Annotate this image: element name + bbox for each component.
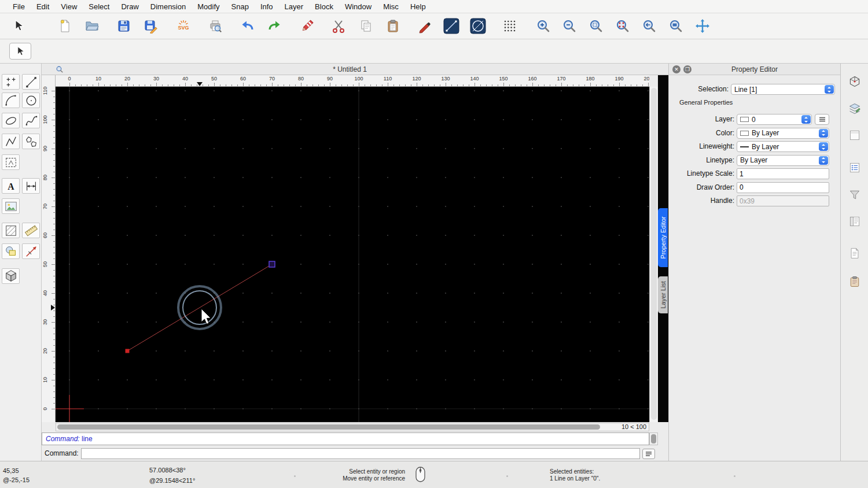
save-button[interactable] — [112, 15, 135, 37]
v-ruler-tick — [52, 149, 55, 149]
menu-item-help[interactable]: Help — [404, 0, 432, 13]
copy-button[interactable] — [355, 15, 378, 37]
menu-item-layer[interactable]: Layer — [279, 0, 310, 13]
print-preview-button[interactable] — [204, 15, 227, 37]
select-region-tool-button[interactable] — [2, 154, 20, 170]
vertical-scrollbar[interactable] — [649, 87, 658, 422]
command-options-button[interactable] — [642, 449, 655, 459]
lineweight-label: Lineweight: — [669, 142, 734, 150]
zoom-pan-button[interactable] — [691, 15, 714, 37]
selection-dropdown[interactable]: Line [1] — [731, 84, 835, 95]
circle-tool-button[interactable] — [22, 93, 40, 108]
svg-export-button[interactable]: SVG — [172, 15, 195, 37]
arc-tool-button[interactable] — [2, 93, 20, 108]
horizontal-scrollbar-thumb[interactable] — [57, 424, 600, 430]
dock-filter-toggle[interactable] — [847, 187, 862, 202]
h-ruler-tick — [642, 84, 643, 86]
points-tool-button[interactable] — [2, 74, 20, 90]
select-arrow-button[interactable] — [7, 15, 30, 37]
menu-item-edit[interactable]: Edit — [31, 0, 55, 13]
selection-pointer-button[interactable] — [9, 43, 31, 60]
zoom-previous-button[interactable] — [638, 15, 661, 37]
dock-layer-list-toggle[interactable] — [847, 101, 862, 116]
edit-attributes-button[interactable] — [413, 15, 436, 37]
menu-item-window[interactable]: Window — [339, 0, 377, 13]
draw-ellipse-toggle-button[interactable] — [466, 15, 490, 37]
menu-item-select[interactable]: Select — [83, 0, 115, 13]
redo-icon — [267, 19, 282, 34]
layer-dropdown[interactable]: 0 — [737, 114, 812, 125]
menu-item-modify[interactable]: Modify — [192, 0, 225, 13]
menu-item-misc[interactable]: Misc — [377, 0, 404, 13]
menu-item-info[interactable]: Info — [255, 0, 279, 13]
dock-cad-tools-toggle[interactable] — [847, 74, 862, 89]
panel-detach-button[interactable]: ❐ — [683, 65, 692, 73]
menu-item-view[interactable]: View — [55, 0, 83, 13]
open-file-button[interactable] — [80, 15, 104, 37]
zoom-previous-icon — [642, 19, 657, 34]
polyline-tool-button[interactable] — [2, 134, 20, 149]
menu-item-file[interactable]: File — [7, 0, 31, 13]
horizontal-scrollbar[interactable]: 10 < 100 — [56, 423, 649, 431]
h-ruler-tick — [278, 84, 278, 86]
save-as-button[interactable] — [139, 15, 163, 37]
zoom-redraw-button[interactable] — [611, 15, 634, 37]
lineweight-dropdown[interactable]: By Layer — [737, 141, 829, 152]
command-input[interactable] — [81, 448, 640, 459]
tab-property-editor[interactable]: Property Editor — [658, 208, 668, 267]
dock-library-toggle[interactable] — [847, 214, 862, 229]
polygon-tool-button[interactable] — [22, 134, 40, 149]
hatch-tool-button[interactable] — [2, 223, 20, 238]
dock-document-panel-toggle[interactable] — [847, 246, 862, 261]
vertical-scrollbar-thumb[interactable] — [651, 88, 657, 420]
color-dropdown[interactable]: By Layer — [737, 128, 829, 139]
draw-line-toggle-button[interactable] — [440, 15, 463, 37]
layer-menu-button[interactable] — [815, 114, 829, 125]
paste-button[interactable] — [381, 15, 404, 37]
tab-layer-list[interactable]: Layer List — [658, 276, 668, 313]
dock-clipboard-panel-toggle[interactable] — [847, 274, 862, 289]
h-ruler-tick — [457, 84, 458, 86]
menu-item-block[interactable]: Block — [309, 0, 339, 13]
measure-tool-button[interactable] — [22, 223, 40, 238]
menu-bar: FileEditViewSelectDrawDimensionModifySna… — [0, 0, 868, 13]
zoom-out-button[interactable] — [558, 15, 581, 37]
zoom-auto-button[interactable] — [584, 15, 608, 37]
line-tool-button[interactable] — [22, 74, 40, 90]
draw-order-input[interactable] — [737, 182, 829, 193]
spline-tool-button[interactable] — [22, 113, 40, 128]
order-tool-button[interactable] — [2, 243, 20, 259]
linetype-scale-input[interactable] — [737, 168, 829, 179]
command-history-scrollbar[interactable] — [649, 432, 658, 445]
delete-entity-button[interactable] — [296, 15, 319, 37]
v-ruler-label: 0 — [42, 401, 48, 417]
solid-3d-tool-button[interactable] — [2, 268, 20, 284]
menu-item-snap[interactable]: Snap — [226, 0, 255, 13]
image-tool-button[interactable] — [2, 198, 20, 214]
new-document-button[interactable] — [54, 15, 77, 37]
linetype-dropdown[interactable]: By Layer — [737, 155, 829, 166]
zoom-in-button[interactable] — [532, 15, 555, 37]
text-tool-button[interactable]: A — [2, 178, 20, 194]
dock-property-list-toggle[interactable] — [847, 160, 862, 175]
ellipse-tool-button[interactable] — [2, 113, 20, 128]
dimension-tool-button[interactable] — [22, 178, 40, 194]
h-ruler-tick — [550, 84, 550, 86]
explode-tool-button[interactable] — [22, 243, 40, 259]
command-history-scrollbar-thumb[interactable] — [651, 434, 656, 443]
zoom-window-button[interactable] — [664, 15, 687, 37]
draw-order-row: Draw Order: — [669, 182, 840, 194]
dock-blank-panel-toggle[interactable] — [847, 128, 862, 143]
command-history[interactable]: Command: line — [42, 432, 649, 445]
lineweight-value: By Layer — [752, 143, 779, 151]
menu-item-draw[interactable]: Draw — [115, 0, 144, 13]
panel-close-button[interactable]: ✕ — [672, 65, 681, 73]
line-entity[interactable] — [126, 261, 275, 353]
linetype-label: Linetype: — [669, 156, 734, 164]
grid-toggle-button[interactable] — [498, 15, 521, 37]
redo-button[interactable] — [263, 15, 286, 37]
cut-button[interactable] — [327, 15, 350, 37]
drawing-canvas[interactable] — [56, 87, 649, 422]
undo-button[interactable] — [236, 15, 259, 37]
menu-item-dimension[interactable]: Dimension — [145, 0, 192, 13]
